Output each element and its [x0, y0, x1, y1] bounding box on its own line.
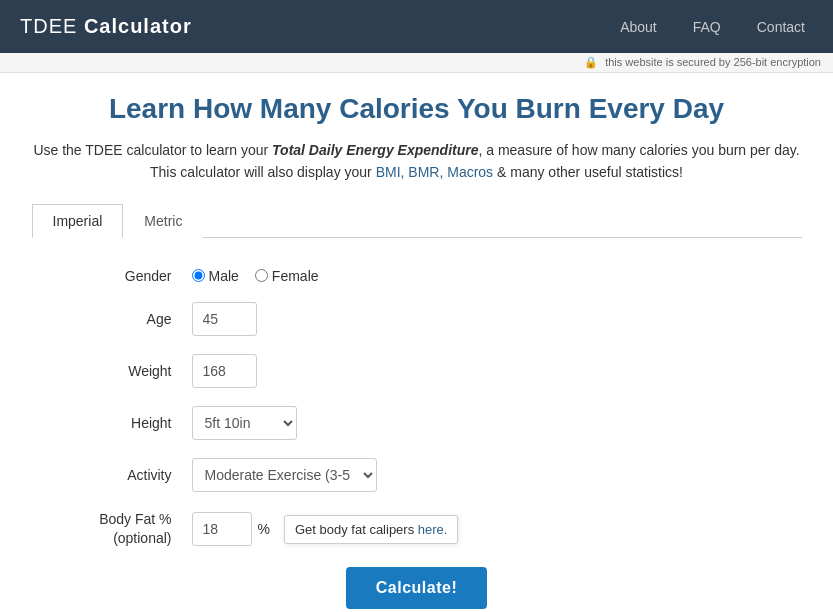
lock-icon: 🔒	[584, 56, 598, 68]
tab-metric[interactable]: Metric	[123, 204, 203, 238]
bodyfat-label-line2: (optional)	[62, 529, 172, 549]
percent-sign: %	[258, 521, 270, 537]
height-select[interactable]: 4ft 0in4ft 1in4ft 2in 4ft 3in4ft 4in4ft …	[192, 406, 297, 440]
security-text: this website is secured by 256-bit encry…	[605, 56, 821, 68]
gender-male-text: Male	[209, 268, 239, 284]
calculate-button[interactable]: Calculate!	[346, 567, 487, 609]
calculate-row: Calculate!	[62, 567, 772, 609]
height-label: Height	[62, 415, 192, 431]
security-bar: 🔒 this website is secured by 256-bit enc…	[0, 53, 833, 73]
age-label: Age	[62, 311, 192, 327]
gender-male-radio[interactable]	[192, 269, 205, 282]
bodyfat-input[interactable]	[192, 512, 252, 546]
bodyfat-wrapper: % Get body fat calipers here.	[192, 512, 459, 546]
gender-options: Male Female	[192, 268, 319, 284]
bodyfat-row: Body Fat % (optional) % Get body fat cal…	[62, 510, 772, 549]
nav-about[interactable]: About	[612, 14, 665, 40]
activity-label: Activity	[62, 467, 192, 483]
bodyfat-label-line1: Body Fat %	[62, 510, 172, 530]
bodyfat-tooltip: Get body fat calipers here.	[284, 515, 458, 544]
gender-female-radio[interactable]	[255, 269, 268, 282]
main-content: Learn How Many Calories You Burn Every D…	[2, 73, 832, 612]
height-row: Height 4ft 0in4ft 1in4ft 2in 4ft 3in4ft …	[62, 406, 772, 440]
gender-female-label[interactable]: Female	[255, 268, 319, 284]
nav-contact[interactable]: Contact	[749, 14, 813, 40]
subtitle-links[interactable]: BMI, BMR, Macros	[376, 164, 493, 180]
weight-label: Weight	[62, 363, 192, 379]
bodyfat-label: Body Fat % (optional)	[62, 510, 192, 549]
subtitle-em: Total Daily Energy Expenditure	[272, 142, 478, 158]
gender-male-label[interactable]: Male	[192, 268, 239, 284]
nav-faq[interactable]: FAQ	[685, 14, 729, 40]
page-title: Learn How Many Calories You Burn Every D…	[32, 93, 802, 125]
gender-label: Gender	[62, 268, 192, 284]
tab-imperial[interactable]: Imperial	[32, 204, 124, 238]
brand-bold: Calculator	[84, 15, 192, 37]
weight-row: Weight	[62, 354, 772, 388]
unit-tabs: Imperial Metric	[32, 204, 802, 238]
activity-select[interactable]: Sedentary (little or no exercise) Light …	[192, 458, 377, 492]
subtitle-end: & many other useful statistics!	[493, 164, 683, 180]
gender-row: Gender Male Female	[62, 268, 772, 284]
brand: TDEE Calculator	[20, 15, 192, 38]
nav-links: About FAQ Contact	[612, 14, 813, 40]
navbar: TDEE Calculator About FAQ Contact	[0, 0, 833, 53]
weight-input[interactable]	[192, 354, 257, 388]
page-subtitle: Use the TDEE calculator to learn your To…	[32, 139, 802, 184]
age-row: Age	[62, 302, 772, 336]
calculator-form: Gender Male Female Age Weight	[32, 258, 802, 612]
brand-plain: TDEE	[20, 15, 77, 37]
subtitle-pre: Use the TDEE calculator to learn your	[33, 142, 272, 158]
tooltip-text: Get body fat calipers	[295, 522, 418, 537]
activity-row: Activity Sedentary (little or no exercis…	[62, 458, 772, 492]
tooltip-link[interactable]: here.	[418, 522, 448, 537]
age-input[interactable]	[192, 302, 257, 336]
gender-female-text: Female	[272, 268, 319, 284]
